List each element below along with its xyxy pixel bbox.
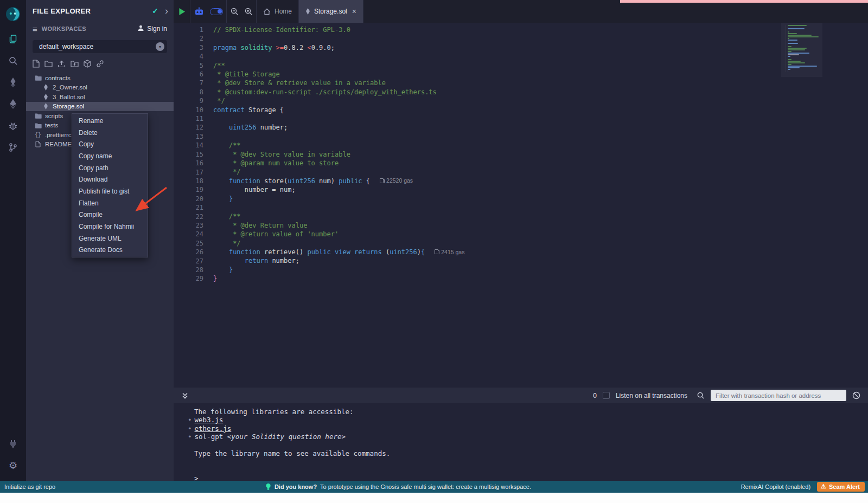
editor-gutter: 1234567891011121314151617181920212223242… <box>174 23 203 388</box>
code-lines: // SPDX-License-Identifier: GPL-3.0pragm… <box>203 23 464 388</box>
upload-file-icon[interactable] <box>58 60 66 68</box>
gas-pump-icon <box>380 178 384 183</box>
sign-in-label: Sign in <box>147 25 167 33</box>
chevron-right-icon[interactable]: › <box>165 8 168 14</box>
menu-item-compile-for-nahmii[interactable]: Compile for Nahmii <box>72 221 148 233</box>
code-line-27: return number; <box>213 256 464 265</box>
menu-item-rename[interactable]: Rename <box>72 115 148 127</box>
bullet-icon: • <box>188 433 192 441</box>
plugin-manager-icon[interactable] <box>0 433 26 455</box>
transaction-filter-input[interactable] <box>711 390 846 401</box>
tab-home[interactable]: Home <box>257 0 298 23</box>
tree-item-2-owner-sol[interactable]: 2_Owner.sol <box>26 83 174 93</box>
ipfs-cube-icon[interactable] <box>84 60 91 68</box>
minimap-line <box>788 33 797 34</box>
warning-icon: ⚠ <box>821 483 826 490</box>
search-icon[interactable] <box>0 50 26 72</box>
hamburger-icon[interactable]: ≡ <box>33 24 37 34</box>
file-explorer-icon[interactable] <box>0 28 26 50</box>
main-area: Home Storage.sol × 123456789101112131415… <box>174 0 868 481</box>
tree-item-label: .prettierrc <box>45 132 72 138</box>
library-link-ethers-js[interactable]: ethers.js <box>195 424 232 433</box>
debugger-icon[interactable] <box>0 115 26 137</box>
minimap-line <box>788 38 789 39</box>
zoom-out-icon[interactable] <box>230 7 239 16</box>
folder-open-icon <box>34 75 42 81</box>
panel-title: FILE EXPLORER <box>33 7 152 15</box>
settings-gear-icon[interactable]: ⚙ <box>0 455 26 476</box>
menu-item-copy-name[interactable]: Copy name <box>72 150 148 162</box>
line-number: 21 <box>174 203 203 212</box>
tree-item-contracts[interactable]: contracts <box>26 73 174 83</box>
minimap-line <box>788 49 805 50</box>
tab-home-label: Home <box>275 8 292 15</box>
link-icon[interactable] <box>96 60 104 68</box>
code-editor[interactable]: 1234567891011121314151617181920212223242… <box>174 23 868 388</box>
menu-item-flatten[interactable]: Flatten <box>72 197 148 209</box>
expand-terminal-icon[interactable] <box>181 392 189 399</box>
workspace-options-icon[interactable]: ▾ <box>156 42 164 51</box>
minimap[interactable] <box>786 25 820 72</box>
tip-text: To prototype using the Gnosis safe multi… <box>320 483 531 490</box>
menu-item-publish-file-to-gist[interactable]: Publish file to gist <box>72 185 148 197</box>
menu-item-generate-uml[interactable]: Generate UML <box>72 233 148 244</box>
solidity-icon <box>41 84 50 91</box>
tab-storage-sol[interactable]: Storage.sol × <box>299 0 363 23</box>
upload-folder-icon[interactable] <box>71 60 79 67</box>
close-tab-icon[interactable]: × <box>352 7 356 16</box>
minimap-line <box>788 53 809 54</box>
menu-item-delete[interactable]: Delete <box>72 127 148 139</box>
line-number: 29 <box>174 274 203 283</box>
copilot-toggle[interactable] <box>210 8 223 15</box>
transaction-count-badge: 0 <box>593 392 597 399</box>
solidity-compiler-icon[interactable] <box>0 72 26 93</box>
menu-item-compile[interactable]: Compile <box>72 209 148 221</box>
minimap-line <box>788 51 792 52</box>
minimap-line <box>788 61 801 62</box>
solidity-file-icon <box>305 8 310 15</box>
line-number: 13 <box>174 132 203 141</box>
menu-item-copy[interactable]: Copy <box>72 138 148 150</box>
remix-logo[interactable] <box>0 0 26 28</box>
code-line-18: function store(uint256 num) public {2252… <box>213 177 464 185</box>
code-line-5: /** <box>213 61 464 70</box>
git-icon[interactable] <box>0 137 26 158</box>
ai-copilot-robot-icon[interactable] <box>194 7 205 16</box>
library-link-web3-js[interactable]: web3.js <box>195 416 224 424</box>
line-number: 20 <box>174 195 203 203</box>
bullet-icon: • <box>188 424 192 433</box>
clear-terminal-icon[interactable] <box>852 391 860 399</box>
tree-item-storage-sol[interactable]: Storage.sol <box>26 102 174 112</box>
copilot-status[interactable]: RemixAI Copilot (enabled) <box>741 483 810 490</box>
code-line-1: // SPDX-License-Identifier: GPL-3.0 <box>213 25 464 34</box>
code-line-9: */ <box>213 96 464 105</box>
menu-item-generate-docs[interactable]: Generate Docs <box>72 244 148 256</box>
menu-item-copy-path[interactable]: Copy path <box>72 162 148 174</box>
tip-bold-text: Did you know? <box>275 483 317 490</box>
new-file-icon[interactable] <box>33 60 40 68</box>
menu-item-download[interactable]: Download <box>72 173 148 185</box>
line-number: 22 <box>174 212 203 221</box>
run-script-button[interactable] <box>174 0 190 23</box>
scam-alert-button[interactable]: ⚠ Scam Alert <box>817 482 865 492</box>
listen-transactions-checkbox[interactable] <box>603 392 610 399</box>
zoom-in-icon[interactable] <box>244 7 253 16</box>
line-number: 26 <box>174 248 203 256</box>
git-init-status[interactable]: Initialize as git repo <box>4 483 55 490</box>
gas-estimate-badge: 22520 gas <box>380 177 413 184</box>
line-number: 27 <box>174 257 203 266</box>
tree-item-3-ballot-sol[interactable]: 3_Ballot.sol <box>26 92 174 102</box>
terminal-toolbar: 0 Listen on all transactions <box>174 388 868 403</box>
deploy-run-icon[interactable] <box>0 93 26 115</box>
terminal-search-icon[interactable] <box>697 391 705 399</box>
code-line-4 <box>213 52 464 61</box>
workspace-select[interactable]: default_workspace ▾ <box>33 40 167 53</box>
terminal[interactable]: The following libraries are accessible:•… <box>174 403 868 481</box>
workspaces-row: ≡ WORKSPACES Sign in <box>26 22 174 36</box>
code-line-3: pragma solidity >=0.8.2 <0.9.0; <box>213 43 464 52</box>
tab-storage-label: Storage.sol <box>314 8 347 15</box>
sign-in-button[interactable]: Sign in <box>137 24 167 33</box>
accept-check-icon[interactable]: ✓ <box>152 7 158 15</box>
new-folder-icon[interactable] <box>44 60 53 67</box>
minimap-line <box>788 31 789 33</box>
